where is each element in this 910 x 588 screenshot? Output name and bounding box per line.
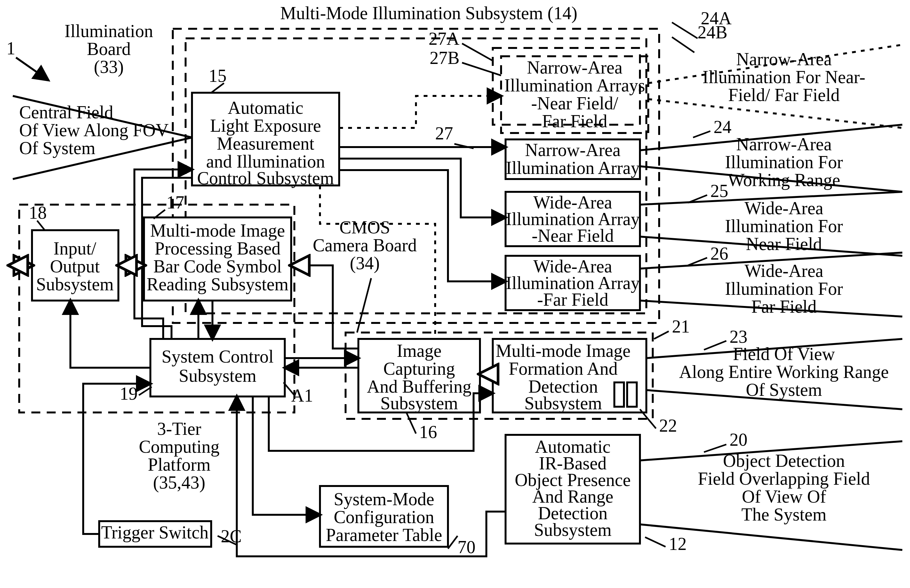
ref-26: 26 [710,244,728,263]
out20-d: The System [742,504,826,524]
out25-a: Wide-Area [745,198,824,218]
out24-b: Illumination For [725,152,843,172]
lead-16 [406,412,416,434]
lead-12 [645,537,665,547]
label: Multi-mode Image [150,221,285,241]
label: System Control [162,347,274,367]
ref-19: 19 [120,384,138,404]
ref-34a: CMOS [340,217,390,237]
out26-c: Far Field [751,297,816,317]
label: Trigger Switch [101,522,209,542]
label: Illumination Array [506,158,640,178]
ref-33a: Illumination [65,21,153,41]
ref-18: 18 [29,203,47,223]
label: Processing Based [155,239,281,258]
out24-a: Narrow-Area [736,134,832,154]
arrow-15-to-27b-dotted [339,96,501,128]
label: Subsystem [534,520,612,540]
arrow-trigger-to-19 [83,384,151,534]
label: Image [397,341,442,361]
oarrow-16-to-17 [291,265,358,349]
title-subsystem-14: Multi-Mode Illumination Subsystem (14) [280,3,578,23]
lead-21 [654,331,669,339]
ref-34b: Camera Board [313,235,417,255]
cfov-c: Of System [19,138,96,158]
label: Narrow-Area [525,140,621,160]
label: Subsystem [525,393,602,413]
out25-c: Near Field [746,234,822,254]
ref-24: 24 [714,117,732,137]
out20-c: Of View Of [742,487,826,506]
lead-27B [462,63,501,76]
cfov-a: Central Field [19,102,113,122]
ref-22: 22 [659,416,677,436]
label: Automatic [228,98,303,118]
detector-rect-a [614,383,624,407]
arrow-15-to-wide-near [339,158,505,217]
label: Configuration [334,507,434,527]
label: Narrow-Area [527,58,623,78]
label: Bar Code Symbol [153,257,282,276]
out24AB-a: Narrow-Area [736,49,832,69]
out26-a: Wide-Area [745,261,824,281]
ref-34c: (34) [350,253,379,273]
ref-17: 17 [167,192,184,212]
label: -Far Field [537,290,608,310]
label: Multi-mode Image [495,341,630,361]
label: Measurement [217,134,314,153]
lead-24A [672,23,698,38]
arrow-19-to-18 [70,300,151,368]
ref-25: 25 [710,181,728,201]
ref-24B: 24B [698,23,727,42]
label: Subsystem [179,366,257,386]
ref-35b: Computing [139,437,220,457]
ref-27B: 27B [430,48,460,68]
ref-70: 70 [458,537,476,557]
ref-15: 15 [209,66,227,86]
out24AB-c: Field/ Far Field [728,85,840,105]
out23-c: Of System [746,380,822,400]
lead-27A [462,44,493,61]
cfov-b: Of View Along FOV [19,120,168,140]
ref-23: 23 [730,327,748,347]
out23-a: Field Of View [733,344,835,364]
label: Parameter Table [326,525,442,545]
lead-70 [448,536,458,549]
ref-33b: Board [87,39,131,59]
ref-A1: A1 [291,386,313,405]
out26-b: Illumination For [725,279,843,299]
lead-24-num [693,131,710,137]
label: Illumination Arrays [504,76,645,95]
out24-c: Working Range [728,170,840,190]
arrow-19-to-70 [253,396,320,515]
ref-27: 27 [435,123,453,143]
label: Light Exposure [210,116,321,136]
ref-1: 1 [6,38,15,58]
label: Subsystem [381,393,458,413]
detector-rect-b [627,383,637,407]
ref-33c: (33) [94,57,123,77]
ref-20: 20 [730,430,748,449]
label: -Near Field [532,226,614,246]
ref-12: 12 [669,534,687,554]
label: Formation And [509,359,618,378]
ref-27A: 27A [429,29,460,48]
out25-b: Illumination For [725,216,843,236]
ref-21: 21 [672,317,690,336]
ref-1-arrow [16,58,48,80]
ref-35d: (35,43) [153,473,205,493]
out20-a: Object Detection [723,451,845,471]
lead-23-num [704,341,726,350]
diagram-canvas: Automatic Light Exposure Measurement and… [0,0,910,588]
out23-b: Along Entire Working Range [679,362,889,382]
label: Input/ [53,239,96,258]
ref-35a: 3-Tier [157,419,201,439]
ref-2C: 2C [221,526,241,546]
ref-35c: Platform [148,455,210,475]
label: Output [50,257,100,276]
out20-b: Field Overlapping Field [698,469,870,489]
label: Control Subsystem [197,168,334,188]
label: System-Mode [334,489,434,509]
lead-24B [672,37,694,52]
label: Far Field [542,111,607,131]
